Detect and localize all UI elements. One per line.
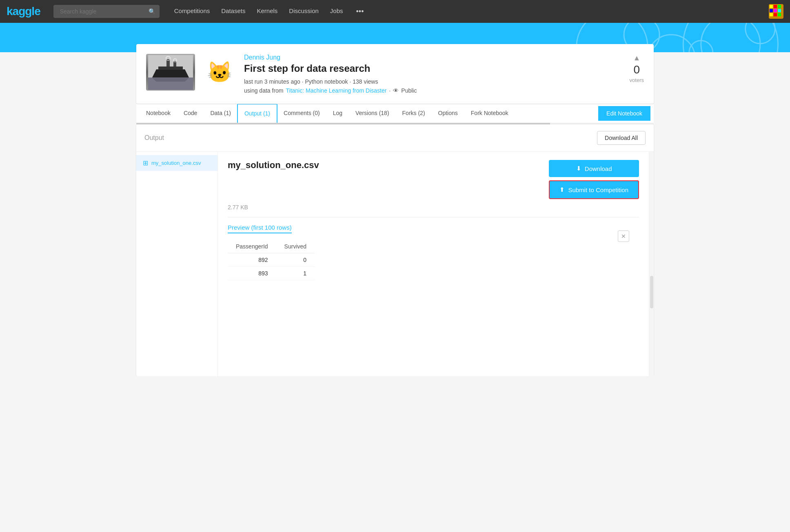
output-panel: Output Download All ⊞ my_solution_one.cs… bbox=[136, 124, 654, 376]
avatar-emoji: 🐱 bbox=[207, 62, 232, 82]
file-list: ⊞ my_solution_one.csv bbox=[136, 152, 218, 376]
svg-rect-1 bbox=[770, 5, 773, 8]
file-detail-name: my_solution_one.csv bbox=[228, 160, 319, 171]
tab-fork-notebook[interactable]: Fork Notebook bbox=[464, 104, 515, 123]
kernel-user-avatar: 🐱 bbox=[203, 54, 236, 91]
tab-code[interactable]: Code bbox=[177, 104, 204, 123]
table-cell-id: 893 bbox=[228, 267, 276, 280]
table-row: 893 1 bbox=[228, 267, 315, 280]
search-input[interactable] bbox=[53, 5, 160, 18]
voters-box: ▲ 0 voters bbox=[630, 54, 644, 83]
kernel-header-card: 🐱 Dennis Jung First step for data resear… bbox=[136, 44, 654, 104]
close-preview-button[interactable]: ✕ bbox=[618, 231, 629, 242]
main-content-wrapper: 🐱 Dennis Jung First step for data resear… bbox=[130, 44, 660, 376]
kernel-dataset-link[interactable]: Titanic: Machine Learning from Disaster bbox=[286, 87, 387, 94]
svg-rect-9 bbox=[778, 13, 781, 16]
file-list-item[interactable]: ⊞ my_solution_one.csv bbox=[136, 155, 217, 171]
avatar-image bbox=[769, 4, 783, 19]
submit-to-competition-button[interactable]: ⬆ Submit to Competition bbox=[549, 180, 639, 199]
output-header: Output Download All bbox=[136, 124, 654, 152]
svg-rect-3 bbox=[778, 5, 781, 8]
kernel-info: Dennis Jung First step for data research… bbox=[244, 54, 621, 94]
tab-log[interactable]: Log bbox=[326, 104, 349, 123]
edit-notebook-button[interactable]: Edit Notebook bbox=[598, 106, 650, 121]
kernel-meta: last run 3 minutes ago · Python notebook… bbox=[244, 78, 621, 85]
kernel-title: First step for data research bbox=[244, 63, 621, 74]
table-header-row: PassengerId Survived bbox=[228, 240, 315, 253]
table-cell-survived: 0 bbox=[276, 253, 315, 267]
tab-notebook[interactable]: Notebook bbox=[140, 104, 177, 123]
voters-count: 0 bbox=[634, 63, 640, 76]
svg-rect-22 bbox=[158, 66, 183, 70]
preview-title[interactable]: Preview (first 100 rows) bbox=[228, 224, 292, 233]
preview-table-body: 892 0 893 1 bbox=[228, 253, 315, 280]
svg-point-12 bbox=[648, 35, 695, 52]
download-button[interactable]: ⬇ Download bbox=[549, 160, 639, 177]
preview-table-header: PassengerId Survived bbox=[228, 240, 315, 253]
search-icon: 🔍 bbox=[149, 8, 155, 15]
svg-rect-5 bbox=[774, 9, 777, 12]
nav-competitions[interactable]: Competitions bbox=[174, 7, 210, 16]
tab-output[interactable]: Output (1) bbox=[237, 104, 277, 123]
col-header-passengerid: PassengerId bbox=[228, 240, 276, 253]
close-icon: ✕ bbox=[621, 233, 626, 239]
voters-label: voters bbox=[630, 77, 644, 83]
titanic-svg bbox=[148, 55, 193, 90]
navbar-links: Competitions Datasets Kernels Discussion… bbox=[174, 7, 364, 16]
table-cell-survived: 1 bbox=[276, 267, 315, 280]
col-header-survived: Survived bbox=[276, 240, 315, 253]
kaggle-logo[interactable]: kaggle bbox=[7, 5, 40, 18]
preview-section: Preview (first 100 rows) ✕ PassengerId S… bbox=[228, 224, 639, 280]
output-body: ⊞ my_solution_one.csv my_solution_one.cs… bbox=[136, 152, 654, 376]
download-all-button[interactable]: Download All bbox=[597, 131, 646, 145]
file-divider bbox=[228, 217, 639, 217]
nav-datasets[interactable]: Datasets bbox=[221, 7, 245, 16]
kernel-visibility: using data from Titanic: Machine Learnin… bbox=[244, 87, 621, 94]
svg-rect-4 bbox=[770, 9, 773, 12]
table-row: 892 0 bbox=[228, 253, 315, 267]
upload-icon: ⬆ bbox=[559, 186, 565, 193]
preview-table: PassengerId Survived 892 0 893 1 bbox=[228, 240, 315, 280]
more-menu-button[interactable]: ••• bbox=[356, 7, 364, 16]
search-wrapper: 🔍 bbox=[53, 5, 160, 18]
tab-data[interactable]: Data (1) bbox=[204, 104, 237, 123]
download-icon: ⬇ bbox=[576, 165, 581, 172]
kernel-author-link[interactable]: Dennis Jung bbox=[244, 54, 280, 61]
output-section-title: Output bbox=[144, 134, 164, 142]
upvote-button[interactable]: ▲ bbox=[633, 54, 640, 62]
tab-options[interactable]: Options bbox=[432, 104, 464, 123]
kernel-thumbnail bbox=[146, 54, 195, 91]
tab-forks[interactable]: Forks (2) bbox=[396, 104, 432, 123]
file-list-name: my_solution_one.csv bbox=[151, 160, 201, 166]
file-detail-header: my_solution_one.csv ⬇ Download ⬆ Submit … bbox=[228, 160, 639, 199]
svg-marker-27 bbox=[152, 78, 189, 82]
tab-comments[interactable]: Comments (0) bbox=[277, 104, 326, 123]
eye-icon: 👁 bbox=[393, 87, 399, 94]
svg-rect-2 bbox=[774, 5, 777, 8]
tab-versions[interactable]: Versions (18) bbox=[349, 104, 395, 123]
titanic-image bbox=[146, 54, 195, 91]
svg-point-10 bbox=[701, 23, 760, 52]
file-detail: my_solution_one.csv ⬇ Download ⬆ Submit … bbox=[218, 152, 649, 376]
user-avatar[interactable] bbox=[769, 4, 783, 19]
svg-marker-21 bbox=[152, 69, 189, 78]
table-icon: ⊞ bbox=[143, 159, 148, 167]
navbar: kaggle 🔍 Competitions Datasets Kernels D… bbox=[0, 0, 790, 23]
svg-point-11 bbox=[683, 23, 778, 52]
scrollbar-thumb bbox=[650, 276, 653, 308]
tabs-container: Notebook Code Data (1) Output (1) Commen… bbox=[136, 104, 654, 123]
file-size: 2.77 KB bbox=[228, 204, 639, 211]
nav-kernels[interactable]: Kernels bbox=[257, 7, 277, 16]
nav-jobs[interactable]: Jobs bbox=[330, 7, 343, 16]
nav-discussion[interactable]: Discussion bbox=[289, 7, 319, 16]
file-detail-actions: ⬇ Download ⬆ Submit to Competition bbox=[549, 160, 639, 199]
right-scrollbar[interactable] bbox=[649, 152, 654, 376]
svg-rect-8 bbox=[774, 13, 777, 16]
svg-rect-7 bbox=[770, 13, 773, 16]
table-cell-id: 892 bbox=[228, 253, 276, 267]
svg-rect-6 bbox=[778, 9, 781, 12]
